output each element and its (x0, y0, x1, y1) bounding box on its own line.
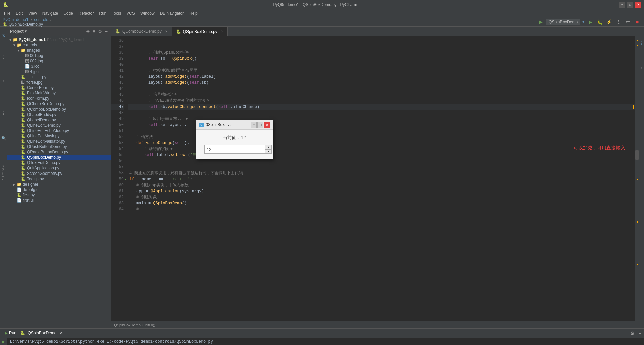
tree-item-tooltip[interactable]: 🐍 Tooltip.py (7, 176, 111, 182)
line-numbers: 36 37 38 39 40 41 42 43 44 45 46 47 48 4… (111, 36, 125, 321)
tree-item-init[interactable]: 🐍 __init__.py (7, 74, 111, 80)
tree-item-qlinemask[interactable]: 🐍 QLineEditMask.py (7, 133, 111, 139)
toolbar-debug-btn[interactable]: 🐛 (596, 18, 604, 26)
scrollbar-thumb[interactable] (635, 150, 639, 160)
settings-icon[interactable]: ⚙ (629, 330, 636, 337)
tab-qcomboboxdemo-close[interactable]: ✕ (165, 30, 168, 33)
tree-item-images[interactable]: ▼ 📁 images (7, 48, 111, 53)
tree-item-firstpy[interactable]: 🐍 first.py (7, 192, 111, 198)
close-button[interactable]: ✕ (635, 2, 641, 8)
dialog-minimize-button[interactable]: − (251, 122, 257, 128)
right-sidebar-databases-icon[interactable]: DB (639, 40, 644, 46)
minimize-button[interactable]: − (619, 2, 625, 8)
tree-item-horsejpg[interactable]: 🖼 horse.jpg (7, 80, 111, 85)
menu-vcs[interactable]: VCS (124, 10, 138, 16)
menu-file[interactable]: File (1, 10, 13, 16)
run-config-name[interactable]: QSpinBoxDemo (546, 19, 580, 25)
menu-refactor[interactable]: Refactor (76, 10, 96, 16)
favorites-sidebar: 2: Favorites (0, 164, 6, 181)
right-sidebar: DB Sc (639, 27, 644, 328)
menu-tools[interactable]: Tools (109, 10, 124, 16)
toolbar-coverage-btn[interactable]: ⚡ (605, 18, 613, 26)
tree-item-qlabelbuddy[interactable]: 🐍 QLabelBuddy.py (7, 112, 111, 117)
run-again-icon[interactable]: ▶ (2, 339, 5, 344)
spinbox-up-arrow[interactable]: ▲ (265, 145, 271, 150)
project-collapse-icon[interactable]: ≡ (92, 28, 96, 35)
run-tab-close[interactable]: ✕ (60, 331, 63, 335)
tree-item-firstui[interactable]: 📄 first.ui (7, 198, 111, 203)
tab-qcomboboxdemo[interactable]: 🐍 QComboBoxDemo.py ✕ (111, 27, 172, 36)
sidebar-db-icon[interactable]: DB (0, 106, 7, 121)
tree-item-qcheckboxdemo[interactable]: 🐍 QCheckBoxDemo.py (7, 101, 111, 107)
menu-help[interactable]: Help (186, 10, 200, 16)
sidebar-structure-icon[interactable]: Z-S (0, 50, 7, 64)
tree-item-qcomboboxdemo[interactable]: 🐍 QComboBoxDemo.py (7, 107, 111, 112)
project-hide-icon[interactable]: − (104, 28, 108, 35)
breadcrumb-root[interactable]: PyQt5_demo1 (3, 17, 29, 22)
hide-panel-icon[interactable]: − (637, 330, 643, 337)
breadcrumb-controls[interactable]: controls (34, 17, 48, 22)
sidebar-scopes-icon[interactable]: Sc (0, 74, 7, 89)
dialog-close-button[interactable]: ✕ (264, 122, 270, 128)
tree-item-qtexteditdemo[interactable]: 🐍 QTextEditDemo.py (7, 160, 111, 165)
scrollbar-track[interactable] (635, 36, 639, 321)
qspinbox-dialog[interactable]: Q QSpinBox... − □ ✕ 当前值：12 ▲ ▼ (196, 120, 273, 159)
breadcrumb-filename: QSpinBoxDemo (114, 323, 141, 327)
tree-item-iconform[interactable]: 🐍 IconForm.py (7, 96, 111, 101)
tree-item-qlinevalidator[interactable]: 🐍 QLineEditValidator.py (7, 139, 111, 144)
toolbar-profile-btn[interactable]: ⏱ (614, 18, 623, 26)
sidebar-project-icon[interactable]: P (0, 28, 7, 43)
tree-item-controls[interactable]: ▼ 📁 controls (7, 42, 111, 48)
spinbox-down-arrow[interactable]: ▼ (265, 150, 271, 154)
code-line-45: # 信号槽绑定 ⊕ (128, 92, 636, 98)
tree-item-3ico[interactable]: 📄 3.ico (7, 64, 111, 69)
tree-item-qlabeldemo[interactable]: 🐍 QLabelDemo.py (7, 117, 111, 123)
tab-qcomboboxdemo-label: QComboBoxDemo.py (122, 29, 162, 34)
menu-edit[interactable]: Edit (13, 10, 25, 16)
project-settings-icon[interactable]: ⚙ (97, 28, 103, 35)
dialog-maximize-button[interactable]: □ (257, 122, 263, 128)
menu-dbnavigator[interactable]: DB Navigator (157, 10, 186, 16)
tree-item-qlineechomode[interactable]: 🐍 QLineEditEchoMode.py (7, 128, 111, 133)
menu-window[interactable]: Window (138, 10, 157, 16)
right-sidebar-scopes-icon[interactable]: Sc (639, 66, 644, 71)
spinbox-input[interactable] (204, 145, 265, 154)
tab-qspinboxdemo-close[interactable]: ✕ (221, 30, 223, 33)
tree-item-screengeometry[interactable]: 🐍 ScreenGeometry.py (7, 171, 111, 176)
tree-item-qpushbuttondemo[interactable]: 🐍 QPushButtonDemo.py (7, 144, 111, 149)
code-line-62: # 创建对象 (128, 194, 636, 200)
main-layout: P Z-S Sc DB 🔍 Project ▾ ⊕ ≡ ⚙ − ▼ 📁 PyQt… (0, 27, 644, 328)
project-locate-icon[interactable]: ⊕ (85, 28, 91, 35)
tree-item-002[interactable]: 🖼 002.jpg (7, 58, 111, 64)
toolbar-run-btn[interactable]: ▶ (586, 18, 594, 26)
code-content[interactable]: # 创建QSpinBox控件 self.sb = QSpinBox() # 把控… (125, 36, 639, 321)
sidebar-search-icon[interactable]: 🔍 (0, 131, 7, 145)
breadcrumb-file[interactable]: 🐍QSpinBoxDemo.py (3, 22, 53, 27)
code-annotation: 可以加减，可用直接输入 (574, 145, 625, 151)
menu-navigate[interactable]: Navigate (40, 10, 61, 16)
maximize-button[interactable]: □ (627, 2, 633, 8)
run-button[interactable]: ▶ (537, 18, 545, 26)
tree-item-qradiobuttondemo[interactable]: 🐍 QRadioButtonDemo.py (7, 149, 111, 155)
toolbar-stop-btn[interactable]: ■ (633, 18, 641, 26)
tree-item-qlineeditdemo[interactable]: 🐍 QLineEditDemo.py (7, 123, 111, 128)
run-config-dropdown[interactable]: ▼ (582, 20, 585, 24)
project-title: Project ▾ (10, 29, 85, 34)
spinbox-arrows: ▲ ▼ (265, 145, 272, 154)
tree-item-001[interactable]: 🖼 001.jpg (7, 53, 111, 58)
code-editor[interactable]: 36 37 38 39 40 41 42 43 44 45 46 47 48 4… (111, 36, 639, 321)
tree-item-centerform[interactable]: 🐍 CenterForm.py (7, 85, 111, 90)
menu-view[interactable]: View (25, 10, 40, 16)
tree-item-quitapplication[interactable]: 🐍 QuitApplication.py (7, 165, 111, 171)
tree-item-firstmainwin[interactable]: 🐍 FirstMainWin.py (7, 90, 111, 96)
tree-item-debnfgui[interactable]: 📄 debnfg.ui (7, 187, 111, 192)
tree-item-designer[interactable]: ▶ 📁 designer (7, 182, 111, 187)
run-tab[interactable]: ▶ Run: 🐍 QSpinBoxDemo ✕ (1, 329, 66, 337)
menu-run[interactable]: Run (96, 10, 109, 16)
tree-item-qspinboxdemo[interactable]: 🐍 QSpinBoxDemo.py (7, 155, 111, 160)
toolbar-step-btn[interactable]: ⇄ (624, 18, 632, 26)
tab-qspinboxdemo[interactable]: 🐍 QSpinBoxDemo.py ✕ (172, 27, 228, 36)
menu-code[interactable]: Code (61, 10, 76, 16)
tree-item-4jpg[interactable]: 🖼 4.jpg (7, 69, 111, 74)
tree-item-root[interactable]: ▼ 📁 PyQt5_demo1 E:\code\PyQt5_demo1 (7, 37, 111, 42)
